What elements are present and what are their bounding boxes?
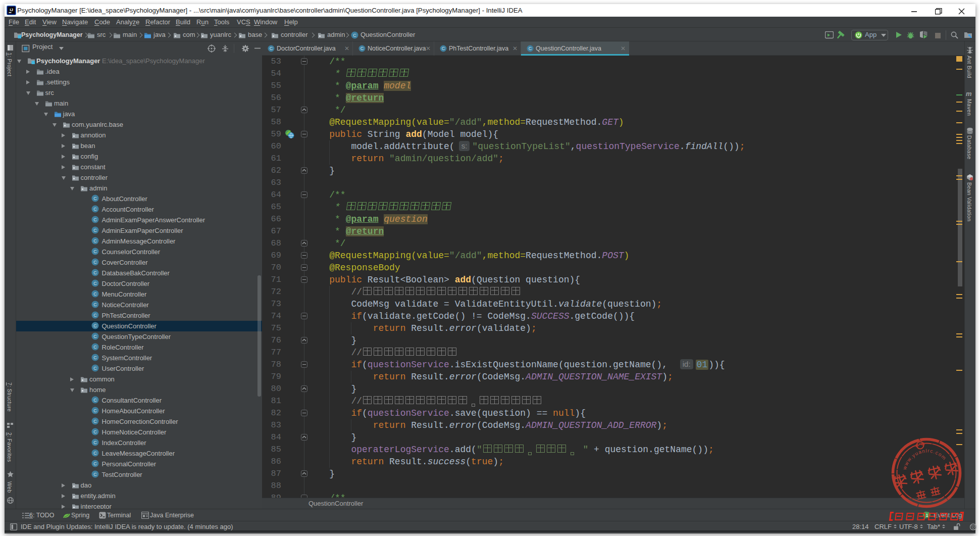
svg-text:C: C <box>93 398 97 403</box>
svg-text:C: C <box>93 270 97 275</box>
svg-text:C: C <box>93 451 97 456</box>
svg-text:C: C <box>93 461 97 466</box>
svg-text:C: C <box>93 440 97 445</box>
svg-text:C: C <box>93 291 97 297</box>
svg-text:C: C <box>93 345 97 350</box>
svg-text:IJ: IJ <box>10 8 13 12</box>
svg-text:C: C <box>93 302 97 307</box>
svg-text:C: C <box>93 196 97 201</box>
svg-text:C: C <box>93 408 97 413</box>
svg-text:C: C <box>93 366 97 371</box>
svg-text:C: C <box>93 228 97 233</box>
svg-text:C: C <box>529 46 532 51</box>
svg-text:C: C <box>270 46 273 51</box>
svg-text:C: C <box>93 238 97 243</box>
svg-text:C: C <box>93 419 97 424</box>
svg-text:C: C <box>93 260 97 265</box>
svg-text:C: C <box>93 313 97 318</box>
svg-text:C: C <box>93 429 97 434</box>
svg-text:C: C <box>93 355 97 360</box>
svg-text:C: C <box>93 472 97 477</box>
svg-text:C: C <box>93 249 97 254</box>
svg-text:C: C <box>93 281 97 286</box>
svg-text:C: C <box>353 33 356 38</box>
svg-text:C: C <box>93 323 97 328</box>
svg-text:C: C <box>442 46 445 51</box>
svg-text:C: C <box>93 217 97 222</box>
svg-text:C: C <box>93 334 97 339</box>
svg-text:C: C <box>93 207 97 212</box>
svg-text:C: C <box>360 46 364 51</box>
